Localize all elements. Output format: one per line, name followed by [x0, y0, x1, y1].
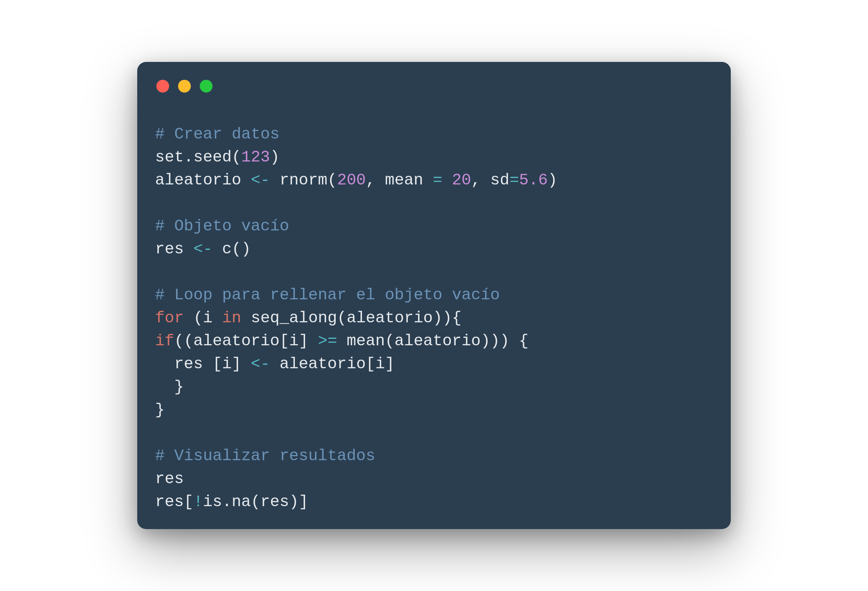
code-window: # Crear datos set.seed(123) aleatorio <-… [137, 62, 731, 529]
code-text: seq_along(aleatorio)){ [241, 309, 461, 327]
code-block: # Crear datos set.seed(123) aleatorio <-… [155, 123, 713, 514]
code-text: , sd [471, 171, 509, 189]
code-text: } [155, 401, 165, 419]
operator: <- [251, 355, 270, 373]
code-text: res[ [155, 493, 193, 511]
operator: <- [193, 240, 213, 259]
code-text: mean(aleatorio))) { [337, 332, 528, 350]
number-literal: 123 [241, 148, 270, 167]
keyword: for [155, 309, 184, 327]
keyword: if [155, 332, 174, 350]
operator: <- [251, 171, 270, 189]
code-text: ) [270, 148, 279, 167]
code-text: } [155, 378, 184, 396]
number-literal: 200 [337, 171, 366, 189]
window-titlebar [155, 80, 713, 93]
comment: # Loop para rellenar el objeto vacío [155, 286, 500, 304]
code-text: is.na(res)] [203, 493, 308, 511]
comment: # Visualizar resultados [155, 447, 375, 465]
code-text: c() [213, 240, 251, 259]
code-text: res [155, 240, 193, 259]
number-literal: 20 [452, 171, 471, 189]
code-text: , mean [366, 171, 433, 189]
operator: >= [318, 332, 337, 350]
code-text: res [i] [155, 355, 251, 373]
code-text [442, 171, 452, 189]
code-text: rnorm( [270, 171, 337, 189]
keyword: in [222, 309, 241, 327]
code-text: set.seed( [155, 148, 241, 167]
minimize-icon[interactable] [178, 80, 191, 93]
number-literal: 5.6 [519, 171, 548, 189]
code-text: aleatorio[i] [270, 355, 394, 373]
code-text: (i [184, 309, 222, 327]
code-text: aleatorio [155, 171, 251, 189]
operator: = [433, 171, 442, 189]
comment: # Crear datos [155, 125, 279, 143]
maximize-icon[interactable] [200, 80, 213, 93]
code-text: ((aleatorio[i] [174, 332, 318, 350]
comment: # Objeto vacío [155, 217, 289, 235]
code-text: res [155, 470, 184, 488]
code-text: ) [548, 171, 557, 189]
close-icon[interactable] [156, 80, 169, 93]
operator: ! [193, 493, 203, 511]
operator: = [509, 171, 519, 189]
